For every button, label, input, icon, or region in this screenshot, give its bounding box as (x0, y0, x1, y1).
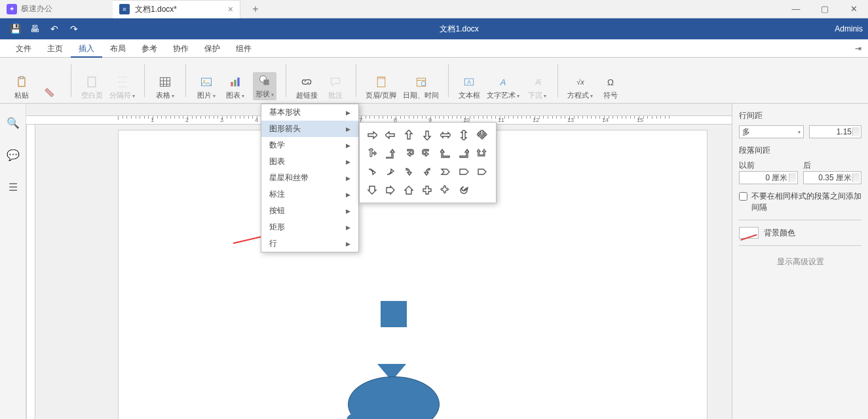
image-button[interactable]: 图片▾ (195, 75, 217, 100)
break-icon (115, 75, 130, 89)
paragraph-panel: 行间距 多▾ 1.15 段落间距 以前 0 厘米 后 0.35 厘米 不要在相同… (732, 104, 868, 419)
brush-icon (43, 86, 58, 100)
undo-icon[interactable]: ↶ (45, 24, 64, 34)
redo-icon[interactable]: ↷ (64, 24, 84, 34)
blank-page-button[interactable]: 空白页 (81, 75, 103, 100)
vertical-ruler[interactable] (26, 125, 35, 419)
textbox-button[interactable]: A 文本框 (458, 75, 480, 100)
arrow-callout-r[interactable] (382, 182, 399, 199)
arrow-t3[interactable] (364, 145, 381, 162)
arrow-empty (474, 182, 491, 199)
shape-cat-callouts[interactable]: 标注▶ (261, 186, 358, 203)
outline-icon[interactable]: ☰ (9, 181, 18, 193)
arrow-callout-d[interactable] (364, 182, 381, 199)
arrow-l-up[interactable] (437, 145, 454, 162)
menu-insert[interactable]: 插入 (71, 39, 102, 58)
shape-cat-block-arrows[interactable]: 图形箭头▶ (261, 121, 358, 137)
shape-rectangle-1[interactable] (381, 301, 407, 327)
arrow-leftright[interactable] (437, 127, 454, 144)
arrow-curve-r[interactable] (400, 163, 417, 180)
comment-button[interactable]: 批注 (324, 75, 347, 100)
menu-layout[interactable]: 布局 (102, 39, 134, 58)
arrow-right[interactable] (364, 127, 381, 144)
print-icon[interactable]: 🖶 (25, 24, 45, 34)
arrow-both-up[interactable] (474, 145, 491, 162)
shape-cat-math[interactable]: 数学▶ (261, 137, 358, 153)
arrow-pentagon[interactable] (455, 163, 472, 180)
date-time-button[interactable]: 日期、时间 (403, 75, 439, 100)
equation-button[interactable]: √x 方程式▾ (567, 75, 593, 100)
arrow-callout-u[interactable] (400, 182, 417, 199)
format-painter-button[interactable] (39, 86, 62, 100)
arrow-r-up[interactable] (455, 145, 472, 162)
shape-cat-lines[interactable]: 行▶ (261, 235, 358, 252)
svg-text:A: A (535, 77, 541, 87)
arrow-uturn-l[interactable] (400, 145, 417, 162)
textbox-icon: A (462, 75, 476, 89)
dropcap-button[interactable]: A 下沉▾ (526, 75, 548, 100)
arrow-chevron-tag[interactable] (474, 163, 491, 180)
menu-collab[interactable]: 协作 (165, 39, 197, 58)
shape-cat-charts[interactable]: 图表▶ (261, 153, 358, 170)
shape-connector[interactable] (347, 414, 361, 419)
maximize-button[interactable]: ▢ (810, 0, 839, 18)
user-name[interactable]: Adminis (835, 24, 863, 33)
arrow-circular[interactable] (455, 182, 472, 199)
paste-button[interactable]: 粘贴 (10, 75, 33, 100)
header-footer-button[interactable]: 页眉/页脚 (366, 75, 396, 100)
line-spacing-value-input[interactable]: 1.15 (809, 125, 861, 138)
arrow-shapes-submenu[interactable] (359, 122, 497, 203)
menu-protect[interactable]: 保护 (197, 39, 228, 58)
menu-tabs: 文件 主页 插入 布局 参考 协作 保护 组件 ⇥ (0, 39, 868, 58)
doc-icon: ≡ (119, 4, 130, 14)
arrow-quad-rot[interactable] (437, 182, 454, 199)
menu-addons[interactable]: 组件 (228, 39, 259, 58)
arrow-chevron-r[interactable] (437, 163, 454, 180)
close-window-button[interactable]: ✕ (839, 0, 868, 18)
shape-category-dropdown[interactable]: 基本形状▶ 图形箭头▶ 数学▶ 图表▶ 星星和丝带▶ 标注▶ 按钮▶ 矩形▶ 行… (261, 104, 359, 252)
menu-home[interactable]: 主页 (39, 39, 71, 58)
page-break-button[interactable]: 分隔符▾ (109, 75, 135, 100)
chart-button[interactable]: 图表▾ (224, 75, 246, 100)
arrow-left[interactable] (382, 127, 399, 144)
wordart-button[interactable]: A 文字艺术▾ (487, 75, 519, 100)
svg-rect-11 (234, 79, 236, 86)
arrow-down[interactable] (419, 127, 436, 144)
minimize-button[interactable]: — (782, 0, 810, 18)
shape-button[interactable]: 形状▾ (253, 72, 276, 100)
add-tab-button[interactable]: + (246, 3, 265, 15)
arrow-curve-l[interactable] (419, 163, 436, 180)
arrow-up[interactable] (400, 127, 417, 144)
spacing-after-input[interactable]: 0.35 厘米 (803, 171, 862, 184)
shape-cat-basic[interactable]: 基本形状▶ (261, 104, 358, 121)
arrow-quad[interactable] (474, 127, 491, 144)
comments-panel-icon[interactable]: 💬 (7, 149, 20, 161)
menu-references[interactable]: 参考 (134, 39, 165, 58)
save-icon[interactable]: 💾 (5, 24, 25, 34)
menu-file[interactable]: 文件 (8, 39, 39, 58)
shape-cat-rects[interactable]: 矩形▶ (261, 219, 358, 235)
arrow-bent-up[interactable] (382, 145, 399, 162)
arrow-uturn-r[interactable] (419, 145, 436, 162)
document-tab[interactable]: ≡ 文档1.docx* × (113, 0, 240, 18)
panel-toggle-icon[interactable]: ⇥ (855, 44, 868, 53)
spacing-before-input[interactable]: 0 厘米 (739, 171, 798, 184)
shape-cat-stars[interactable]: 星星和丝带▶ (261, 170, 358, 186)
symbol-button[interactable]: Ω 符号 (599, 75, 622, 100)
search-icon[interactable]: 🔍 (7, 117, 20, 129)
line-spacing-unit-select[interactable]: 多▾ (739, 125, 804, 138)
para-spacing-title: 段落间距 (739, 145, 861, 156)
bg-color-swatch[interactable] (739, 227, 759, 239)
close-tab-icon[interactable]: × (228, 4, 233, 14)
advanced-settings-link[interactable]: 显示高级设置 (739, 256, 861, 268)
arrow-updown[interactable] (455, 127, 472, 144)
svg-rect-10 (231, 82, 233, 87)
shape-ellipse[interactable] (348, 376, 440, 419)
shape-cat-buttons[interactable]: 按钮▶ (261, 203, 358, 219)
arrow-curve-d[interactable] (364, 163, 381, 180)
hyperlink-button[interactable]: 超链接 (295, 75, 318, 100)
table-button[interactable]: 表格▾ (154, 75, 176, 100)
arrow-plus[interactable] (419, 182, 436, 199)
arrow-curve-u[interactable] (382, 163, 399, 180)
same-style-spacing-checkbox[interactable] (739, 192, 747, 201)
